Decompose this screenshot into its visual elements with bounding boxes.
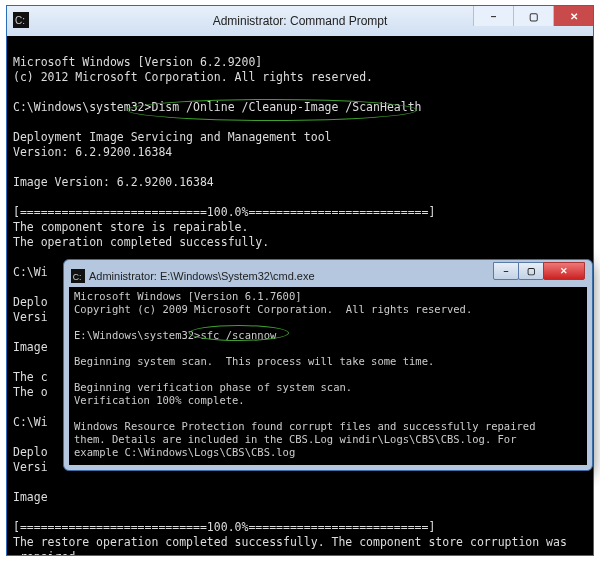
close-button[interactable]: ✕ xyxy=(543,262,585,280)
line: Windows Resource Protection found corrup… xyxy=(74,420,535,458)
line: C:\Wi xyxy=(13,415,48,429)
line: Versi xyxy=(13,460,48,474)
line: Image xyxy=(13,340,48,354)
line: Image Version: 6.2.9200.16384 xyxy=(13,175,214,189)
line: Beginning verification phase of system s… xyxy=(74,381,352,393)
minimize-button[interactable]: – xyxy=(473,6,513,26)
line: The o xyxy=(13,385,48,399)
close-button[interactable]: ✕ xyxy=(553,6,593,26)
line: The component store is repairable. xyxy=(13,220,248,234)
line: Microsoft Windows [Version 6.2.9200] xyxy=(13,55,262,69)
window-controls-win8: – ▢ ✕ xyxy=(473,6,593,26)
titlebar-win8[interactable]: C: Administrator: Command Prompt – ▢ ✕ xyxy=(7,6,593,36)
line: Microsoft Windows [Version 6.1.7600] xyxy=(74,290,302,302)
line: Deployment Image Servicing and Managemen… xyxy=(13,130,332,144)
window-controls-win7: – ▢ ✕ xyxy=(494,262,585,280)
line: Deplo xyxy=(13,295,48,309)
line: Versi xyxy=(13,310,48,324)
maximize-button[interactable]: ▢ xyxy=(513,6,553,26)
line: Version: 6.2.9200.16384 xyxy=(13,145,172,159)
prompt: E:\Windows\system32> xyxy=(74,329,200,341)
line: Deplo xyxy=(13,445,48,459)
title-text-win8: Administrator: Command Prompt xyxy=(213,14,388,28)
svg-text:C:: C: xyxy=(15,15,25,26)
line: Verification 100% complete. xyxy=(74,394,245,406)
cmd-icon: C: xyxy=(13,12,29,28)
line: The c xyxy=(13,370,48,384)
command-dism: Dism /Online /Cleanup-Image /ScanHealth xyxy=(151,100,421,114)
line: Image xyxy=(13,490,48,504)
line: The operation completed successfully. xyxy=(13,235,269,249)
line: repaired. xyxy=(13,550,82,555)
progress-bar: [===========================100.0%======… xyxy=(13,520,435,534)
minimize-button[interactable]: – xyxy=(493,262,519,280)
line: (c) 2012 Microsoft Corporation. All righ… xyxy=(13,70,373,84)
line: The restore operation completed successf… xyxy=(13,535,567,549)
titlebar-win7[interactable]: C: Administrator: E:\Windows\System32\cm… xyxy=(69,265,587,287)
line: Copyright (c) 2009 Microsoft Corporation… xyxy=(74,303,472,315)
maximize-button[interactable]: ▢ xyxy=(518,262,544,280)
line: Beginning system scan. This process will… xyxy=(74,355,434,367)
progress-bar: [===========================100.0%======… xyxy=(13,205,435,219)
svg-text:C:: C: xyxy=(73,272,82,282)
line: C:\Wi xyxy=(13,265,48,279)
command-sfc: sfc /scannow xyxy=(200,329,276,341)
window-cmd-win7: C: Administrator: E:\Windows\System32\cm… xyxy=(63,259,593,471)
title-text-win7: Administrator: E:\Windows\System32\cmd.e… xyxy=(89,270,315,282)
terminal-win7[interactable]: Microsoft Windows [Version 6.1.7600] Cop… xyxy=(69,287,587,465)
prompt: C:\Windows\system32> xyxy=(13,100,151,114)
cmd-icon: C: xyxy=(71,269,85,283)
